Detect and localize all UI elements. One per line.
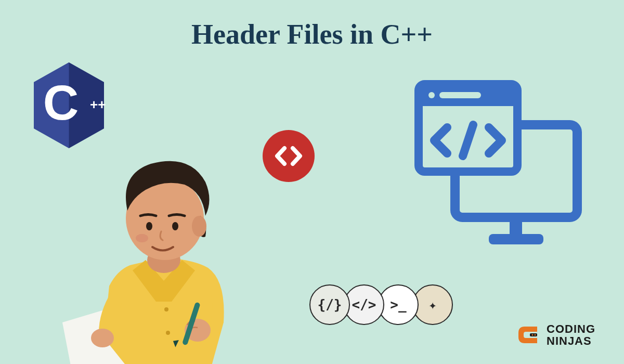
svg-text:C: C	[43, 75, 79, 130]
code-pills-group: {/} </> >_ ✦	[309, 284, 453, 325]
svg-rect-24	[439, 92, 481, 98]
svg-rect-26	[530, 333, 537, 336]
svg-point-23	[428, 92, 435, 98]
coding-ninjas-logo: CODING NINJAS	[515, 321, 595, 348]
svg-rect-22	[423, 102, 513, 106]
svg-point-15	[164, 307, 168, 311]
svg-point-28	[535, 334, 536, 336]
svg-point-7	[192, 216, 206, 237]
svg-point-16	[166, 331, 170, 335]
svg-point-27	[532, 334, 534, 336]
page-title: Header Files in C++	[191, 18, 433, 50]
brand-c-mark-icon	[515, 321, 542, 348]
brand-line-2: NINJAS	[547, 335, 595, 347]
code-badge-icon	[263, 130, 315, 182]
svg-point-10	[136, 234, 148, 242]
person-writing-icon	[60, 125, 257, 364]
svg-text:++: ++	[90, 97, 106, 112]
svg-point-9	[172, 222, 178, 230]
brand-text: CODING NINJAS	[547, 323, 595, 347]
code-monitor-icon	[408, 78, 585, 252]
svg-point-11	[91, 329, 114, 347]
svg-point-8	[146, 222, 152, 230]
svg-rect-19	[489, 234, 543, 244]
svg-rect-18	[510, 217, 522, 236]
brand-line-1: CODING	[547, 323, 595, 335]
pill-braces-icon: {/}	[309, 284, 350, 325]
